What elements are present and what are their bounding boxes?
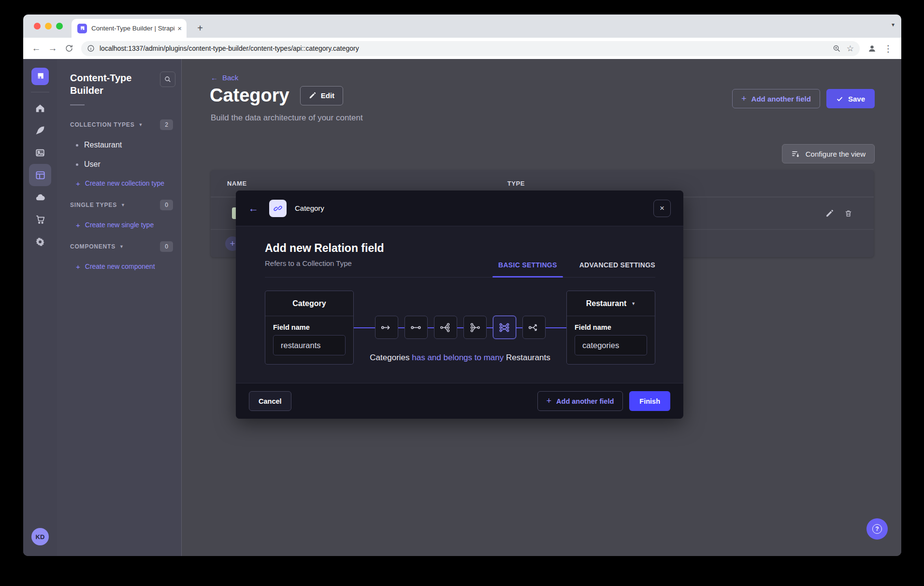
relation-many-to-one-button[interactable] [463,316,487,339]
section-single-types[interactable]: SINGLE TYPES ▼ 0 [70,197,175,213]
add-relation-modal: ← Category × Add new Relation field Refe… [236,190,683,419]
count-badge: 2 [160,119,173,130]
one-to-one-icon [410,322,422,334]
cancel-button[interactable]: Cancel [249,391,291,411]
target-card-title: Restaurant [586,299,627,308]
relation-one-to-one-button[interactable] [404,316,428,339]
modal-title: Add new Relation field [265,242,384,255]
tab-search-chevron-icon[interactable]: ▾ [892,21,895,28]
browser-window: Content-Type Builder | Strapi × + ▾ ← → … [23,15,901,556]
source-field-name-input[interactable] [273,335,346,355]
zoom-page-icon[interactable] [833,44,841,53]
bookmark-star-icon[interactable]: ☆ [847,44,854,54]
configure-view-button[interactable]: Configure the view [782,144,875,163]
delete-field-icon[interactable] [844,209,852,218]
macos-zoom-button[interactable] [56,23,63,29]
sidebar-item-content-manager[interactable] [29,119,51,142]
page-title: Category [210,85,289,106]
edit-button[interactable]: Edit [300,86,343,105]
new-tab-button[interactable]: + [193,21,207,35]
site-info-icon[interactable] [87,44,95,52]
back-link[interactable]: ← Back [211,73,238,82]
link-label: Create new component [85,263,155,270]
save-button[interactable]: Save [826,89,875,108]
section-label: COMPONENTS [70,243,116,250]
add-another-field-header-button[interactable]: + Add another field [732,89,820,108]
relation-target-label: Restaurants [506,353,550,362]
browser-forward-button[interactable]: → [45,41,60,56]
modal-body: Add new Relation field Refers to a Colle… [236,226,683,383]
relation-link-icon [269,200,287,217]
plus-icon: + [76,221,80,229]
search-button[interactable] [160,72,175,87]
sidebar-item-restaurant[interactable]: Restaurant [70,135,175,155]
one-to-many-icon [439,322,451,334]
strapi-logo-icon[interactable] [31,68,49,85]
modal-footer: Cancel + Add another field Finish [236,383,683,419]
modal-back-icon[interactable]: ← [248,203,259,214]
relation-one-way-button[interactable] [375,316,398,339]
create-component-link[interactable]: + Create new component [70,257,175,276]
link-label: Create new single type [85,221,154,229]
section-collection-types[interactable]: COLLECTION TYPES ▼ 2 [70,117,175,132]
browser-reload-button[interactable] [62,41,76,56]
back-label: Back [222,73,238,82]
tab-close-icon[interactable]: × [177,24,182,32]
item-label: User [84,160,101,169]
field-name-label: Field name [575,323,647,331]
browser-menu-icon[interactable]: ⋮ [881,41,895,56]
browser-back-button[interactable]: ← [29,41,43,56]
relation-source-label: Categories [370,353,409,362]
count-badge: 0 [160,241,173,252]
create-collection-type-link[interactable]: + Create new collection type [70,174,175,192]
url-text[interactable]: localhost:1337/admin/plugins/content-typ… [100,44,827,52]
sidebar-item-settings[interactable] [29,231,51,253]
sidebar-item-media-library[interactable] [29,142,51,164]
macos-close-button[interactable] [34,23,41,29]
relation-many-to-many-button[interactable] [493,316,516,339]
count-badge: 0 [160,200,173,210]
screen: Content-Type Builder | Strapi × + ▾ ← → … [0,0,924,586]
button-label: Configure the view [806,150,866,158]
browser-toolbar: ← → localhost:1337/admin/plugins/content… [23,38,901,59]
modal-tabs: BASIC SETTINGS ADVANCED SETTINGS [498,242,655,277]
target-field-name-input[interactable] [575,335,647,355]
sidebar-item-marketplace[interactable] [29,208,51,231]
main-nav-rail: KD [23,59,57,556]
panel-divider [70,104,85,105]
item-label: Restaurant [84,141,122,149]
finish-button[interactable]: Finish [629,391,670,411]
create-single-type-link[interactable]: + Create new single type [70,216,175,234]
tab-basic-settings[interactable]: BASIC SETTINGS [498,261,557,277]
modal-subtitle: Refers to a Collection Type [265,259,384,277]
sidebar-item-home[interactable] [29,97,51,119]
one-way-icon [380,322,392,334]
sidebar-item-content-type-builder[interactable] [29,164,51,186]
page-subtitle: Build the data architecture of your cont… [211,113,363,123]
edit-field-icon[interactable] [825,209,834,218]
sidebar-item-deploy-cloud[interactable] [29,186,51,208]
plus-icon: + [76,263,80,271]
add-another-field-modal-button[interactable]: + Add another field [537,391,623,411]
edit-label: Edit [321,91,334,100]
content-type-builder-panel: Content-Type Builder COLLECTION TYPES ▼ … [57,59,182,556]
sidebar-item-user[interactable]: User [70,155,175,174]
section-label: SINGLE TYPES [70,202,117,208]
browser-tab[interactable]: Content-Type Builder | Strapi × [72,19,187,38]
section-components[interactable]: COMPONENTS ▼ 0 [70,239,175,254]
check-icon [836,95,843,103]
relation-sentence: Categories has and belongs to many Resta… [370,353,550,363]
button-label: Add another field [751,95,811,103]
column-type: TYPE [507,180,525,187]
user-avatar[interactable]: KD [31,528,49,545]
target-collection-select[interactable]: Restaurant ▼ [567,291,655,316]
relation-many-way-button[interactable] [522,316,546,339]
help-button[interactable]: ? [866,518,888,540]
profile-icon[interactable] [865,41,879,56]
address-bar[interactable]: localhost:1337/admin/plugins/content-typ… [81,41,860,56]
close-icon[interactable]: × [653,200,671,217]
macos-minimize-button[interactable] [45,23,52,29]
tab-advanced-settings[interactable]: ADVANCED SETTINGS [579,261,655,277]
chevron-down-icon: ▼ [138,122,143,127]
relation-one-to-many-button[interactable] [434,316,457,339]
